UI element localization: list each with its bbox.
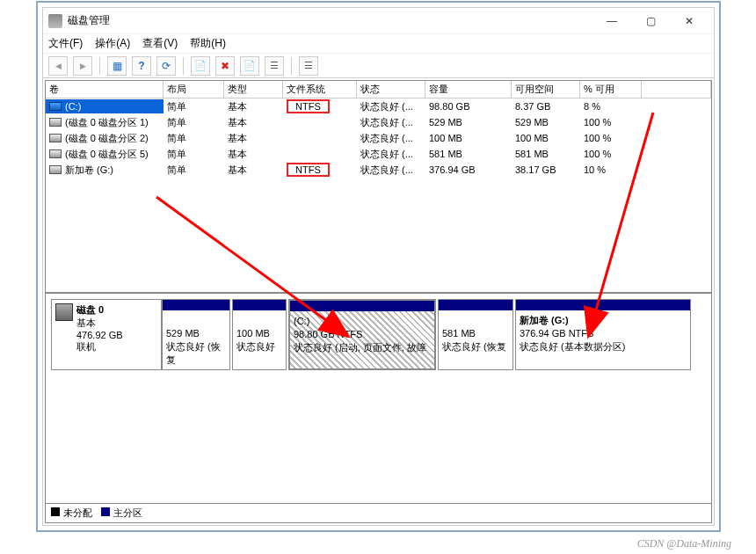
- app-icon: [48, 14, 62, 28]
- legend: 未分配 主分区: [46, 503, 711, 522]
- partition-block[interactable]: 新加卷 (G:)376.94 GB NTFS状态良好 (基本数据分区): [515, 299, 691, 370]
- partition-block[interactable]: 100 MB状态良好: [232, 299, 287, 370]
- action1-button[interactable]: [240, 56, 259, 76]
- window-title: 磁盘管理: [68, 13, 592, 28]
- nav-forward-button[interactable]: [73, 56, 92, 76]
- menu-action[interactable]: 操作(A): [95, 36, 130, 51]
- disk-info-panel[interactable]: 磁盘 0 基本 476.92 GB 联机: [51, 299, 162, 370]
- col-layout[interactable]: 布局: [164, 81, 224, 98]
- col-capacity[interactable]: 容量: [425, 81, 512, 98]
- volume-row[interactable]: 新加卷 (G:)简单基本NTFS状态良好 (...376.94 GB38.17 …: [46, 162, 711, 178]
- delete-button[interactable]: [215, 56, 235, 76]
- volume-row[interactable]: (磁盘 0 磁盘分区 2)简单基本状态良好 (...100 MB100 MB10…: [46, 130, 711, 146]
- maximize-button[interactable]: ▢: [631, 9, 670, 33]
- volume-row[interactable]: (C:)简单基本NTFS状态良好 (...98.80 GB8.37 GB8 %: [46, 98, 711, 114]
- col-volume[interactable]: 卷: [46, 81, 164, 98]
- volume-row[interactable]: (磁盘 0 磁盘分区 1)简单基本状态良好 (...529 MB529 MB10…: [46, 114, 711, 130]
- action2-button[interactable]: [265, 56, 284, 76]
- help-button[interactable]: [132, 56, 151, 76]
- partition-block[interactable]: (C:)98.80 GB NTFS状态良好 (启动, 页面文件, 故障: [288, 299, 436, 370]
- close-button[interactable]: ✕: [670, 9, 709, 33]
- menu-view[interactable]: 查看(V): [142, 36, 178, 51]
- volume-row[interactable]: (磁盘 0 磁盘分区 5)简单基本状态良好 (...581 MB581 MB10…: [46, 146, 711, 162]
- legend-swatch-primary: [101, 507, 110, 516]
- legend-primary: 主分区: [113, 507, 142, 518]
- legend-swatch-unallocated: [51, 507, 60, 516]
- titlebar[interactable]: 磁盘管理 — ▢ ✕: [43, 8, 714, 34]
- legend-unallocated: 未分配: [63, 507, 92, 518]
- col-filesystem[interactable]: 文件系统: [283, 81, 357, 98]
- column-headers: 卷 布局 类型 文件系统 状态 容量 可用空间 % 可用: [46, 81, 711, 98]
- menubar: 文件(F) 操作(A) 查看(V) 帮助(H): [43, 34, 714, 54]
- disk-size: 476.92 GB: [76, 330, 123, 340]
- action3-button[interactable]: [299, 56, 318, 76]
- nav-back-button[interactable]: [48, 56, 68, 76]
- col-status[interactable]: 状态: [357, 81, 425, 98]
- col-free[interactable]: 可用空间: [512, 81, 580, 98]
- disk-type: 基本: [76, 317, 123, 330]
- col-percent[interactable]: % 可用: [580, 81, 642, 98]
- view-list-button[interactable]: [107, 56, 127, 76]
- properties-button[interactable]: [191, 56, 210, 76]
- disk-icon: [55, 303, 73, 321]
- col-type[interactable]: 类型: [224, 81, 283, 98]
- partition-block[interactable]: 529 MB状态良好 (恢复: [162, 299, 230, 370]
- disk-state: 联机: [76, 340, 123, 354]
- volume-list: 卷 布局 类型 文件系统 状态 容量 可用空间 % 可用 (C:)简单基本NTF…: [46, 81, 711, 293]
- refresh-button[interactable]: [156, 56, 176, 76]
- minimize-button[interactable]: —: [592, 9, 631, 33]
- disk-graph: 磁盘 0 基本 476.92 GB 联机 529 MB状态良好 (恢复 100 …: [46, 293, 711, 375]
- watermark: CSDN @Data-Mining: [637, 537, 731, 550]
- disk-management-window: 磁盘管理 — ▢ ✕ 文件(F) 操作(A) 查看(V) 帮助(H) 卷 布局: [42, 7, 715, 526]
- menu-file[interactable]: 文件(F): [48, 36, 83, 51]
- partition-block[interactable]: 581 MB状态良好 (恢复: [438, 299, 513, 370]
- toolbar: [43, 54, 714, 78]
- menu-help[interactable]: 帮助(H): [190, 36, 226, 51]
- disk-label: 磁盘 0: [76, 303, 123, 317]
